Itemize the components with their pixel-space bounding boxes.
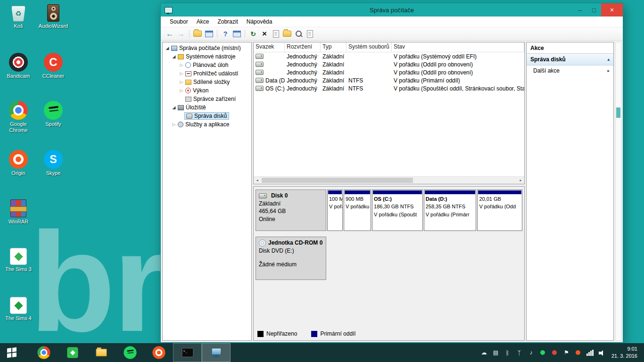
taskbar-green-app[interactable] xyxy=(58,343,87,362)
desktop-icon-spotify[interactable]: Spotify xyxy=(36,101,71,127)
partition-recovery-1[interactable]: 900 MB V pořádku ( xyxy=(344,189,371,231)
desktop-icon-label: Spotify xyxy=(36,121,71,127)
expander-icon[interactable] xyxy=(179,71,184,76)
horizontal-scrollbar[interactable] xyxy=(254,176,524,184)
ccleaner-tray-icon[interactable] xyxy=(551,349,559,357)
desktop-icon-audiowizard[interactable]: AudioWizard xyxy=(36,4,71,29)
taskbar-chrome[interactable] xyxy=(29,343,58,362)
actions-item-more-actions[interactable]: Další akce xyxy=(527,66,613,76)
taskbar-origin[interactable] xyxy=(144,343,173,362)
close-button[interactable] xyxy=(601,3,623,16)
menu-napoveda[interactable]: Nápověda xyxy=(242,17,277,26)
tree-item-disk-management[interactable]: Správa disků xyxy=(163,112,251,120)
up-folder-icon[interactable] xyxy=(192,29,203,39)
scrollbar-thumb[interactable] xyxy=(616,107,620,118)
actions-group-disk-management[interactable]: Správa disků xyxy=(527,54,613,66)
desktop-icon-bandicam[interactable]: Bandicam xyxy=(1,53,36,79)
titlebar[interactable]: Správa počítače xyxy=(161,3,623,16)
desktop-icon-skype[interactable]: Skype xyxy=(36,150,71,176)
forward-icon[interactable] xyxy=(176,29,186,39)
taskbar-spotify[interactable] xyxy=(116,343,144,362)
spotify-tray-icon[interactable] xyxy=(539,349,547,357)
scrollbar-thumb[interactable] xyxy=(262,178,413,183)
report-icon[interactable] xyxy=(305,29,315,39)
origin-tray-icon[interactable] xyxy=(574,349,582,357)
performance-icon xyxy=(185,88,191,93)
column-header-rozvrzeni[interactable]: Rozvržení xyxy=(285,42,321,52)
network-icon[interactable] xyxy=(586,349,594,357)
expander-icon[interactable] xyxy=(171,105,177,110)
action-center-icon[interactable] xyxy=(562,349,570,357)
start-button[interactable] xyxy=(0,343,24,362)
volume-row[interactable]: Data (D:) Jednoduchý Základní NTFS V poř… xyxy=(254,76,524,84)
expander-icon[interactable] xyxy=(165,46,170,50)
onedrive-icon[interactable] xyxy=(480,349,488,357)
back-icon[interactable] xyxy=(165,29,175,39)
expander-icon[interactable] xyxy=(179,63,184,67)
bluetooth-icon[interactable] xyxy=(504,349,512,357)
maximize-button[interactable] xyxy=(587,3,601,16)
volume-row[interactable]: Jednoduchý Základní V pořádku (Oddíl pro… xyxy=(254,68,524,76)
taskbar-clock[interactable]: 9:01 21. 3. 2016 xyxy=(610,346,641,360)
audio-tray-icon[interactable] xyxy=(527,349,535,357)
tree-item-storage[interactable]: Úložiště xyxy=(163,103,251,112)
chrome-icon xyxy=(9,101,28,120)
taskbar-computer-management[interactable] xyxy=(202,343,231,362)
expander-icon[interactable] xyxy=(179,80,184,84)
tree-item-computer-management[interactable]: Správa počítače (místní) xyxy=(163,44,251,52)
menu-soubor[interactable]: Soubor xyxy=(165,17,192,26)
column-header-system-souboru[interactable]: Systém souborů xyxy=(347,42,392,52)
expander-icon[interactable] xyxy=(171,122,177,127)
partition-efi[interactable]: 100 MB V pořádku ( xyxy=(327,189,343,231)
console-window-icon[interactable] xyxy=(204,29,214,39)
expander-icon[interactable] xyxy=(179,88,184,93)
scroll-right-icon[interactable] xyxy=(517,178,524,182)
volume-icon[interactable] xyxy=(598,349,606,357)
taskbar-command-prompt[interactable] xyxy=(173,343,202,362)
tree-item-device-manager[interactable]: Správce zařízení xyxy=(163,95,251,103)
scroll-left-icon[interactable] xyxy=(254,178,261,182)
cdrom-label[interactable]: Jednotka CD-ROM 0 Disk DVD (E:) Žádné mé… xyxy=(256,237,326,280)
column-header-stav[interactable]: Stav xyxy=(392,42,524,52)
wallpaper-watermark: br xyxy=(29,211,165,353)
tree-item-task-scheduler[interactable]: Plánovač úloh xyxy=(163,61,251,69)
volume-row[interactable]: Jednoduchý Základní V pořádku (Oddíl pro… xyxy=(254,60,524,68)
tree-item-services-applications[interactable]: Služby a aplikace xyxy=(163,120,251,129)
menu-akce[interactable]: Akce xyxy=(192,17,214,26)
desktop-icon-winrar[interactable]: WinRAR xyxy=(1,199,36,225)
find-icon[interactable] xyxy=(293,29,304,39)
properties-icon[interactable] xyxy=(271,29,281,39)
window-icon[interactable] xyxy=(231,29,242,39)
volume-row[interactable]: Jednoduchý Základní V pořádku (Systémový… xyxy=(254,52,524,60)
partition-recovery-2[interactable]: 20,01 GB V pořádku (Odd xyxy=(477,189,522,231)
open-folder-icon[interactable] xyxy=(282,29,292,39)
usb-icon[interactable] xyxy=(515,349,523,357)
tree-item-system-tools[interactable]: Systémové nástroje xyxy=(163,52,251,61)
desktop-icon-the-sims-3[interactable]: The Sims 3 xyxy=(1,247,36,272)
desktop-icon-origin[interactable]: Origin xyxy=(1,150,36,176)
delete-icon[interactable] xyxy=(259,29,270,39)
partition-data-d[interactable]: Data (D:) 258,35 GB NTFS V pořádku (Prim… xyxy=(424,189,477,231)
desktop-icon-google-chrome[interactable]: Google Chrome xyxy=(1,101,36,133)
help-icon[interactable] xyxy=(220,29,231,39)
vertical-scrollbar[interactable] xyxy=(615,42,621,341)
selected-tree-item[interactable]: Správa disků xyxy=(184,112,229,120)
desktop-icon-recycle-bin[interactable]: Koš xyxy=(1,4,36,29)
menu-zobrazit[interactable]: Zobrazit xyxy=(213,17,242,26)
desktop-icon-the-sims-4[interactable]: The Sims 4 xyxy=(1,296,36,321)
taskbar-file-explorer[interactable] xyxy=(87,343,116,362)
display-tray-icon[interactable] xyxy=(492,349,500,357)
tree-item-shared-folders[interactable]: Sdílené složky xyxy=(163,78,251,86)
column-header-svazek[interactable]: Svazek xyxy=(254,42,285,52)
refresh-icon[interactable] xyxy=(248,29,258,39)
volume-row[interactable]: OS (C:) Jednoduchý Základní NTFS V pořád… xyxy=(254,84,524,92)
minimize-button[interactable] xyxy=(573,3,587,16)
chevron-up-icon[interactable] xyxy=(607,57,610,62)
tree-item-performance[interactable]: Výkon xyxy=(163,86,251,95)
disk0-label[interactable]: Disk 0 Základní 465,64 GB Online xyxy=(256,189,326,231)
column-header-typ[interactable]: Typ xyxy=(321,42,347,52)
desktop-icon-ccleaner[interactable]: CCleaner xyxy=(36,53,71,79)
expander-icon[interactable] xyxy=(171,54,177,59)
partition-os-c[interactable]: OS (C:) 186,30 GB NTFS V pořádku (Spoušt xyxy=(372,189,423,231)
tree-item-event-viewer[interactable]: Prohlížeč událostí xyxy=(163,69,251,78)
